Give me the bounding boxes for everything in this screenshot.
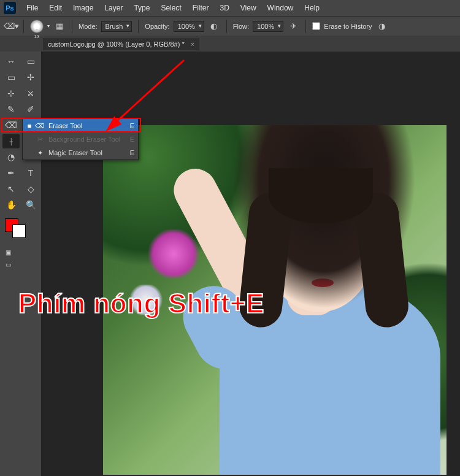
eraser-tool-icon[interactable]: ⌫▾ bbox=[5, 20, 17, 33]
flyout-item-shortcut: E bbox=[127, 149, 134, 156]
opacity-label: Opacity: bbox=[145, 23, 169, 30]
eraser-tool-flyout: ■ ⌫ Eraser Tool E ✂ Background Eraser To… bbox=[22, 118, 139, 160]
tool-move[interactable]: ↔ bbox=[2, 54, 20, 69]
options-bar: ⌫▾ ●13 ▾ ▦ Mode: Brush Opacity: 100% ◐ F… bbox=[0, 16, 460, 36]
tool-marquee[interactable]: ▭ bbox=[22, 54, 39, 69]
flyout-item-label: Eraser Tool bbox=[48, 122, 127, 129]
menu-window[interactable]: Window bbox=[262, 4, 299, 12]
background-color[interactable] bbox=[12, 225, 26, 238]
mode-select[interactable]: Brush bbox=[101, 21, 132, 32]
tool-hand[interactable]: ✋ bbox=[2, 198, 20, 212]
tool-lasso[interactable]: ▭ bbox=[2, 70, 20, 85]
tool-crop[interactable]: ⊹ bbox=[2, 86, 20, 101]
tool-blur[interactable]: ◔ bbox=[2, 150, 20, 164]
main-area: ↔ ▭ ▭ ✢ ⊹ ⤩ ✎ ✐ ⌫ ⎀ ⟊ ◔ ● ✒ T ↖ ◇ ✋ 🔍 ▣ bbox=[0, 52, 460, 476]
selected-mark: ■ bbox=[26, 122, 33, 129]
document-tab-bar: customLogo.jpg @ 100% (Layer 0, RGB/8#) … bbox=[0, 36, 460, 52]
tool-eraser[interactable]: ⟊ bbox=[2, 134, 20, 148]
tool-brush[interactable]: ✐ bbox=[22, 102, 39, 117]
brush-preset-picker[interactable]: ●13 bbox=[30, 20, 44, 33]
tool-clone[interactable]: ⌫ bbox=[2, 118, 20, 132]
menu-file[interactable]: File bbox=[21, 4, 44, 12]
tab-document[interactable]: customLogo.jpg @ 100% (Layer 0, RGB/8#) … bbox=[43, 37, 199, 50]
tool-magic-wand[interactable]: ✢ bbox=[22, 70, 39, 85]
tool-path-select[interactable]: ↖ bbox=[2, 182, 20, 196]
flyout-item-magic-eraser[interactable]: ✦ Magic Eraser Tool E bbox=[23, 146, 138, 159]
tab-title: customLogo.jpg @ 100% (Layer 0, RGB/8#) … bbox=[48, 40, 185, 48]
toolbar: ↔ ▭ ▭ ✢ ⊹ ⤩ ✎ ✐ ⌫ ⎀ ⟊ ◔ ● ✒ T ↖ ◇ ✋ 🔍 ▣ bbox=[0, 52, 42, 476]
quickmask-toggle[interactable]: ▣ bbox=[2, 247, 13, 258]
brush-size-value: 13 bbox=[34, 34, 40, 39]
flyout-item-shortcut: E bbox=[127, 136, 134, 143]
flow-label: Flow: bbox=[233, 23, 249, 30]
menu-filter[interactable]: Filter bbox=[187, 4, 215, 12]
flow-select[interactable]: 100% bbox=[253, 21, 283, 32]
tool-pen[interactable]: ✒ bbox=[2, 166, 20, 180]
menu-3d[interactable]: 3D bbox=[214, 4, 234, 12]
menu-type[interactable]: Type bbox=[128, 4, 155, 12]
opacity-select[interactable]: 100% bbox=[174, 21, 204, 32]
erase-history-checkbox[interactable] bbox=[312, 22, 320, 30]
flyout-item-eraser[interactable]: ■ ⌫ Eraser Tool E bbox=[23, 119, 138, 132]
tool-zoom[interactable]: 🔍 bbox=[22, 198, 39, 212]
bg-eraser-icon: ✂ bbox=[35, 136, 45, 144]
erase-history-label: Erase to History bbox=[324, 23, 372, 30]
color-swatches bbox=[0, 218, 41, 243]
flyout-item-shortcut: E bbox=[127, 122, 134, 129]
menu-view[interactable]: View bbox=[235, 4, 262, 12]
screenmode-toggle[interactable]: ▭ bbox=[2, 259, 13, 270]
pressure-size-icon[interactable]: ◑ bbox=[376, 20, 388, 33]
menu-bar: Ps File Edit Image Layer Type Select Fil… bbox=[0, 0, 460, 16]
menu-layer[interactable]: Layer bbox=[99, 4, 128, 12]
close-icon[interactable]: × bbox=[191, 40, 194, 48]
mode-label: Mode: bbox=[79, 23, 98, 30]
tool-type[interactable]: T bbox=[22, 166, 39, 180]
menu-select[interactable]: Select bbox=[155, 4, 186, 12]
flyout-item-label: Background Eraser Tool bbox=[48, 136, 127, 143]
app-logo: Ps bbox=[4, 2, 16, 14]
tool-healing[interactable]: ✎ bbox=[2, 102, 20, 117]
eraser-icon: ⌫ bbox=[35, 122, 45, 130]
menu-image[interactable]: Image bbox=[67, 4, 99, 12]
tool-eyedropper[interactable]: ⤩ bbox=[22, 86, 39, 101]
airbrush-icon[interactable]: ✈ bbox=[287, 20, 299, 33]
brush-panel-toggle[interactable]: ▦ bbox=[53, 20, 66, 33]
pressure-opacity-icon[interactable]: ◐ bbox=[208, 20, 220, 33]
flyout-item-label: Magic Eraser Tool bbox=[48, 149, 127, 156]
flyout-item-bg-eraser[interactable]: ✂ Background Eraser Tool E bbox=[23, 132, 138, 146]
tool-shape[interactable]: ◇ bbox=[22, 182, 39, 196]
magic-eraser-icon: ✦ bbox=[35, 149, 45, 157]
menu-edit[interactable]: Edit bbox=[44, 4, 67, 12]
annotation-hotkey-text: Phím nóng Shift+E bbox=[18, 288, 264, 319]
menu-help[interactable]: Help bbox=[299, 4, 325, 12]
canvas-area[interactable] bbox=[42, 52, 460, 476]
